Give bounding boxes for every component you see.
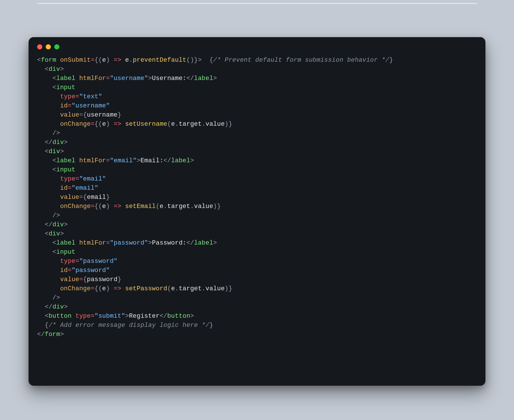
code-line: </form> bbox=[37, 331, 64, 338]
code-line: onChange={(e) => setEmail(e.target.value… bbox=[37, 203, 221, 210]
code-line: <label htmlFor="password">Password:</lab… bbox=[37, 239, 217, 247]
window-zoom-icon[interactable] bbox=[54, 44, 59, 49]
comment-bottom: Add error message display logic here bbox=[60, 322, 198, 329]
window-close-icon[interactable] bbox=[37, 44, 42, 49]
code-line: <input bbox=[37, 166, 75, 173]
code-line: id="email" bbox=[37, 185, 98, 192]
code-line: type="email" bbox=[37, 175, 106, 183]
code-line: <div> bbox=[37, 66, 64, 73]
code-line: <label htmlFor="username">Username:</lab… bbox=[37, 75, 217, 82]
code-block: <form onSubmit={(e) => e.preventDefault(… bbox=[37, 56, 477, 339]
code-line: <div> bbox=[37, 230, 64, 237]
code-line: id="username" bbox=[37, 102, 110, 109]
code-line: </div> bbox=[37, 221, 68, 228]
code-line: id="password" bbox=[37, 267, 110, 274]
code-line: type="password" bbox=[37, 258, 117, 265]
code-line: onChange={(e) => setUsername(e.target.va… bbox=[37, 121, 232, 128]
comment-top: Prevent default form submission behavior bbox=[225, 57, 378, 64]
code-line: value={password} bbox=[37, 276, 121, 283]
code-line: /> bbox=[37, 130, 60, 137]
code-line: </div> bbox=[37, 303, 68, 311]
button-text: Register bbox=[129, 313, 160, 320]
window-minimize-icon[interactable] bbox=[46, 44, 51, 49]
code-line: <div> bbox=[37, 148, 64, 155]
code-line: <input bbox=[37, 249, 75, 256]
code-line: <button type="submit">Register</button> bbox=[37, 313, 194, 320]
code-line: value={email} bbox=[37, 194, 110, 201]
code-line: {/* Add error message display logic here… bbox=[37, 322, 213, 329]
code-line: value={username} bbox=[37, 111, 121, 119]
code-line: </div> bbox=[37, 139, 68, 146]
code-editor-window: <form onSubmit={(e) => e.preventDefault(… bbox=[29, 37, 485, 386]
code-line: <label htmlFor="email">Email:</label> bbox=[37, 157, 194, 164]
top-divider bbox=[37, 3, 477, 4]
window-traffic-lights bbox=[37, 44, 477, 49]
code-line: <input bbox=[37, 84, 75, 91]
label-text: Password: bbox=[152, 239, 186, 247]
code-line: /> bbox=[37, 294, 60, 301]
label-text: Username: bbox=[152, 75, 186, 82]
label-text: Email: bbox=[140, 157, 163, 164]
code-line: type="text" bbox=[37, 93, 102, 100]
code-line: onChange={(e) => setPassword(e.target.va… bbox=[37, 285, 232, 292]
code-line: /> bbox=[37, 212, 60, 219]
code-line: <form onSubmit={(e) => e.preventDefault(… bbox=[37, 57, 393, 64]
